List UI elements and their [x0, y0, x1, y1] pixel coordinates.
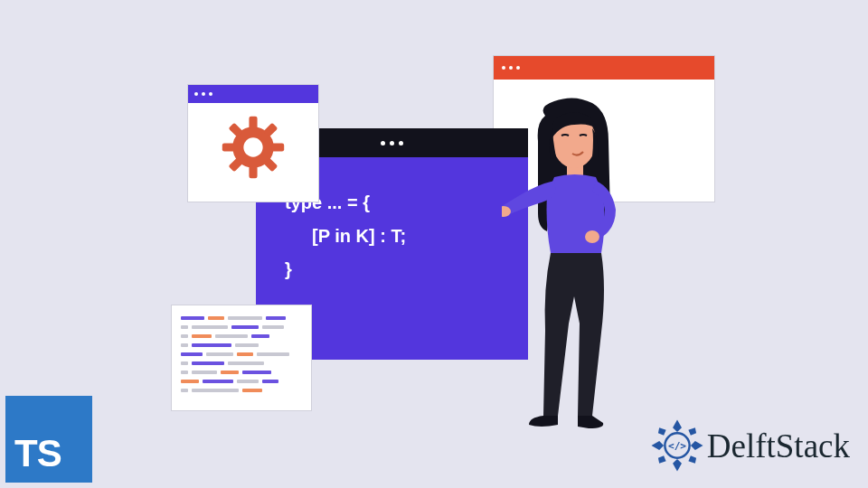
code-line-placeholder	[181, 316, 302, 320]
code-line-placeholder	[181, 371, 302, 374]
code-line: }	[285, 253, 510, 286]
code-line: [P in K] : T;	[285, 220, 510, 253]
window-dot	[516, 66, 520, 70]
delftstack-brand: </> DelftStack	[649, 418, 850, 474]
titlebar	[188, 85, 318, 103]
typescript-logo: TS	[5, 396, 92, 483]
code-line-placeholder	[181, 325, 302, 329]
titlebar	[494, 56, 714, 80]
svg-rect-4	[272, 143, 285, 151]
svg-point-9	[243, 137, 262, 156]
window-dot	[202, 92, 205, 96]
window-dot	[209, 92, 212, 96]
svg-point-13	[585, 230, 599, 243]
code-line-placeholder	[181, 343, 302, 347]
svg-rect-2	[249, 165, 257, 178]
code-line-placeholder	[181, 334, 302, 338]
settings-window	[187, 84, 319, 202]
gear-icon	[219, 113, 288, 185]
code-line-placeholder	[181, 389, 302, 392]
window-dot	[390, 141, 394, 145]
svg-rect-1	[249, 117, 257, 129]
window-dot	[509, 66, 513, 70]
window-dot	[502, 66, 505, 70]
window-dot	[194, 92, 198, 96]
window-dot	[399, 141, 403, 145]
illustration-stage: type ... = { [P in K] : T; }	[0, 0, 868, 488]
code-snippet-window	[171, 305, 312, 411]
ts-label: TS	[14, 432, 61, 475]
svg-rect-3	[222, 143, 235, 151]
svg-text:</>: </>	[668, 440, 686, 452]
code-line-placeholder	[181, 361, 302, 365]
delftstack-logo-icon: </>	[649, 418, 705, 474]
code-line-placeholder	[181, 380, 302, 383]
brand-name: DelftStack	[707, 427, 850, 465]
code-line-placeholder	[181, 352, 302, 356]
window-dot	[381, 141, 385, 145]
person-illustration	[502, 98, 646, 452]
